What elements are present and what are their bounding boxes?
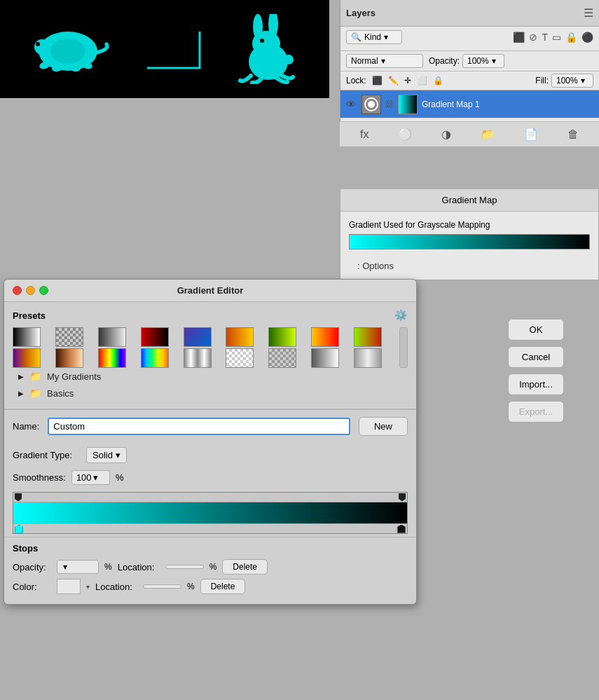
maximize-button[interactable] (39, 286, 48, 295)
folder-basics-label: Basics (47, 388, 74, 399)
ok-button[interactable]: OK (508, 319, 564, 341)
stop-opacity-location-unit: % (209, 562, 217, 572)
gradient-stops-top[interactable] (13, 493, 407, 502)
smoothness-input[interactable]: 100 ▾ (71, 470, 110, 485)
gradient-type-chevron-icon: ▾ (116, 450, 121, 460)
fill-number: 100% (556, 76, 578, 85)
gradient-map-dialog: Gradient Map Gradient Used for Grayscale… (340, 189, 599, 280)
preset-swatch-7[interactable] (268, 327, 296, 347)
stop-color-delete-button[interactable]: Delete (200, 579, 246, 594)
name-input[interactable] (48, 418, 350, 435)
stop-opacity-delete-button[interactable]: Delete (222, 559, 268, 575)
lock-paint-icon[interactable]: ✏️ (388, 76, 399, 85)
stop-color-location-label: Location: (95, 582, 137, 592)
import-button[interactable]: Import... (508, 373, 564, 395)
kind-chevron-icon: ▾ (384, 32, 388, 42)
lock-artboard-icon[interactable]: ⬜ (417, 76, 427, 85)
preset-swatch-12[interactable] (98, 348, 126, 368)
preset-swatch-18[interactable] (354, 348, 382, 368)
preset-swatch-4[interactable] (141, 327, 169, 347)
preset-swatch-15[interactable] (226, 348, 254, 368)
layers-panel: Layers ☰ 🔍 Kind ▾ ⬛ ⊘ T ▭ 🔒 ⚫ Normal ▾ (340, 0, 599, 146)
filter-circle-icon[interactable]: ⚫ (581, 32, 593, 43)
gradient-type-select[interactable]: Solid ▾ (86, 447, 127, 463)
blend-chevron-icon: ▾ (381, 56, 385, 66)
stop-opacity-row: Opacity: ▾ % Location: % Delete (13, 559, 408, 575)
stop-color-location-unit: % (187, 582, 195, 591)
gradient-editor: Gradient Editor Presets ⚙️ (4, 279, 417, 605)
preset-swatch-3[interactable] (98, 327, 126, 347)
smoothness-unit: % (116, 472, 124, 483)
svg-point-11 (252, 31, 280, 56)
presets-scrollbar[interactable] (399, 327, 408, 368)
presets-label: Presets (13, 310, 46, 321)
blend-mode-select[interactable]: Normal ▾ (346, 54, 423, 68)
preset-swatch-11[interactable] (55, 348, 83, 368)
stop-color-arrow-icon[interactable]: ▾ (86, 583, 90, 591)
stop-opacity-location-value[interactable] (165, 565, 204, 569)
options-label: : Options (349, 255, 590, 271)
cancel-button[interactable]: Cancel (508, 346, 564, 368)
gradient-stop-top-left[interactable] (15, 493, 22, 502)
minimize-button[interactable] (26, 286, 35, 295)
fill-value[interactable]: 100% ▾ (551, 74, 593, 88)
gradient-bar[interactable] (13, 502, 407, 523)
new-group-icon[interactable]: 📁 (478, 126, 497, 142)
new-button[interactable]: New (359, 417, 408, 436)
preset-swatch-5[interactable] (184, 327, 212, 347)
preset-swatch-14[interactable] (184, 348, 212, 368)
stop-opacity-value[interactable]: ▾ (57, 560, 99, 574)
svg-point-13 (284, 55, 294, 64)
triangle-icon (144, 25, 207, 74)
lock-move-icon[interactable]: ✛ (404, 76, 411, 85)
opacity-number: 100% (467, 56, 489, 66)
stop-color-swatch[interactable] (57, 579, 81, 594)
folder-row-basics[interactable]: ▶ 📁 Basics (13, 385, 408, 402)
preset-swatch-8[interactable] (311, 327, 339, 347)
preset-swatch-2[interactable] (55, 327, 83, 347)
layer-visibility-icon-gradient-map[interactable]: 👁 (346, 99, 357, 110)
filter-adjust-icon[interactable]: ⊘ (529, 32, 537, 43)
layer-row-gradient-map[interactable]: 👁 ⛓ Gradient Map 1 (340, 90, 599, 118)
filter-lock-icon[interactable]: 🔒 (565, 32, 577, 43)
opacity-value[interactable]: 100% ▾ (462, 54, 504, 68)
preset-swatch-16[interactable] (268, 348, 296, 368)
new-adjustment-icon[interactable]: ◑ (439, 126, 454, 142)
layers-menu-icon[interactable]: ☰ (584, 6, 593, 20)
new-fill-layer-icon[interactable]: ⚪ (395, 126, 415, 142)
layers-bottom-bar: fx ⚪ ◑ 📁 📄 🗑 (340, 121, 599, 146)
filter-text-icon[interactable]: T (542, 32, 548, 43)
preset-swatch-9[interactable] (354, 327, 382, 347)
preset-swatch-10[interactable] (13, 348, 41, 368)
canvas-area (0, 0, 329, 98)
lock-pixels-icon[interactable]: ⬛ (372, 76, 383, 85)
new-layer-icon[interactable]: 📄 (521, 126, 541, 142)
stop-color-location-value[interactable] (143, 584, 181, 589)
lock-all-icon[interactable]: 🔒 (433, 76, 443, 85)
gradient-stop-bottom-cyan[interactable] (15, 525, 23, 533)
preset-swatch-13[interactable] (141, 348, 169, 368)
opacity-label: Opacity: (429, 56, 460, 66)
smoothness-label: Smoothness: (13, 472, 66, 483)
gradient-type-label: Gradient Type: (13, 450, 72, 460)
fx-icon[interactable]: fx (357, 127, 371, 142)
folder-my-gradients-label: My Gradients (47, 371, 101, 382)
fill-chevron-icon: ▾ (581, 76, 585, 85)
preset-swatch-17[interactable] (311, 348, 339, 368)
delete-layer-icon[interactable]: 🗑 (565, 127, 581, 142)
folder-row-my-gradients[interactable]: ▶ 📁 My Gradients (13, 368, 408, 385)
gradient-map-preview[interactable] (349, 234, 590, 249)
lock-label: Lock: (346, 76, 366, 85)
gradient-stops-bottom[interactable] (13, 523, 407, 533)
close-button[interactable] (13, 286, 22, 295)
filter-shape-icon[interactable]: ▭ (552, 32, 561, 43)
kind-label: Kind (364, 32, 381, 42)
preset-swatch-6[interactable] (226, 327, 254, 347)
gradient-stop-bottom-black[interactable] (397, 525, 406, 533)
dialog-buttons: OK Cancel Import... Export... (508, 319, 564, 423)
preset-swatch-1[interactable] (13, 327, 41, 347)
kind-select[interactable]: 🔍 Kind ▾ (346, 30, 402, 44)
gradient-stop-top-right[interactable] (399, 493, 406, 502)
presets-gear-icon[interactable]: ⚙️ (394, 309, 408, 322)
filter-type-icon[interactable]: ⬛ (513, 32, 525, 43)
